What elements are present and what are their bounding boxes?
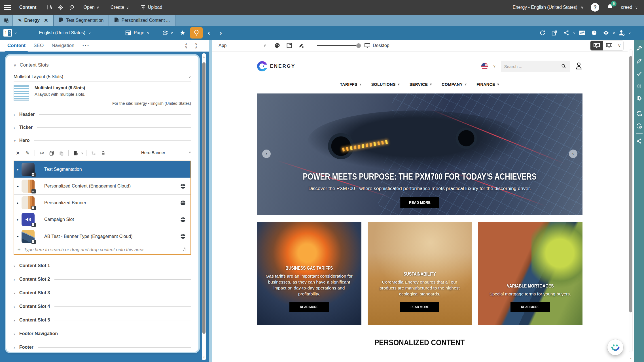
locate-content-icon[interactable]: [55, 2, 66, 12]
close-icon[interactable]: ✕: [44, 17, 48, 24]
chevron-down-icon[interactable]: ∨: [493, 64, 496, 68]
user-menu[interactable]: creed ∨: [621, 5, 638, 10]
expand-triangle-icon[interactable]: ▸: [14, 168, 22, 171]
more-tabs-icon[interactable]: ···: [82, 42, 90, 49]
slot-section-content-slot-4[interactable]: ›Content Slot 4: [14, 300, 191, 313]
expand-triangle-icon[interactable]: ▸: [14, 218, 22, 222]
list-item-personalized-banner[interactable]: ▸ Personalized Banner: [14, 195, 190, 211]
slot-section-hero[interactable]: ∨ Hero: [14, 134, 191, 147]
publish-icon[interactable]: [635, 80, 643, 92]
slot-section-footer-navigation[interactable]: ›Footer Navigation: [14, 327, 191, 340]
dashboard-icon[interactable]: [0, 15, 13, 26]
nav-finance[interactable]: FINANCE∨: [476, 82, 499, 87]
chevron-down-icon[interactable]: ∨: [615, 43, 623, 48]
add-icon[interactable]: +: [14, 247, 24, 253]
copy-icon[interactable]: [47, 149, 56, 157]
list-item-ab-test[interactable]: ▸ AB Test - Banner Type (Engagement Clou…: [14, 228, 190, 245]
scheduled-workflow-icon[interactable]: [635, 120, 643, 132]
list-item-test-segmentation[interactable]: ▸ Test Segmentation: [14, 161, 190, 178]
analytics-icon[interactable]: [577, 28, 588, 38]
doc-type-selector[interactable]: Page ∨: [125, 30, 150, 36]
create-content-icon[interactable]: [71, 149, 80, 157]
scroll-thumb[interactable]: [629, 56, 632, 312]
slot-section-footer[interactable]: ›Footer: [14, 340, 191, 352]
hamburger-menu-icon[interactable]: [0, 5, 15, 10]
list-item-campaign-slot[interactable]: ▸ Campaign Slot: [14, 211, 190, 228]
scroll-down-icon[interactable]: ▾: [628, 357, 634, 360]
list-view-icon[interactable]: [99, 149, 107, 157]
content-slots-header[interactable]: ∨ Content Slots: [14, 62, 191, 68]
site-logo[interactable]: ENERGY: [257, 61, 296, 71]
nav-solutions[interactable]: SOLUTIONS∨: [371, 82, 400, 87]
site-locale-selector[interactable]: Energy - English (United States) ∨: [512, 5, 583, 10]
chevron-down-icon[interactable]: ∨: [573, 31, 576, 35]
expand-triangle-icon[interactable]: ▸: [14, 235, 22, 238]
tab-personalized-content[interactable]: Personalized Content ...: [109, 15, 175, 26]
chevron-down-icon[interactable]: ∨: [628, 31, 631, 35]
approve-publish-icon[interactable]: [635, 92, 643, 105]
suggestions-bulb-button[interactable]: [190, 27, 203, 39]
collapse-all-icon[interactable]: ∨∧: [195, 42, 198, 49]
card-variable-mortgages[interactable]: VARIABLE MORTGAGES Special mortgage term…: [478, 222, 582, 325]
hero-read-more-button[interactable]: READ MORE: [400, 197, 439, 208]
cut-icon[interactable]: ✂: [38, 149, 46, 157]
search-content-icon[interactable]: [66, 2, 78, 12]
test-persona-icon[interactable]: [616, 28, 627, 38]
share-content-icon[interactable]: [635, 135, 643, 147]
tab-test-segmentation[interactable]: Test Segmentation: [54, 15, 109, 26]
tab-energy[interactable]: ✎ Energy ✕: [13, 15, 54, 26]
scroll-down-icon[interactable]: ▾: [202, 355, 206, 359]
preview-app-selector[interactable]: App ∨: [219, 43, 266, 48]
slot-section-content-slot-3[interactable]: ›Content Slot 3: [14, 286, 191, 300]
slot-section-content-slot-2[interactable]: ›Content Slot 2: [14, 272, 191, 286]
docked-preview-toggle[interactable]: [590, 41, 603, 50]
fragment-frame-icon[interactable]: [283, 41, 295, 51]
card-read-more-button[interactable]: READ MORE: [510, 302, 550, 312]
collapse-panel-left-icon[interactable]: ‹: [205, 29, 213, 37]
edit-item-icon[interactable]: ✎: [23, 149, 32, 157]
nav-company[interactable]: COMPANY∨: [442, 82, 467, 87]
carousel-next-icon[interactable]: ›: [569, 150, 577, 158]
link-structure-icon[interactable]: [89, 149, 98, 157]
approve-icon[interactable]: [635, 67, 643, 80]
reload-preview-icon[interactable]: [537, 28, 548, 38]
chevron-down-icon[interactable]: ∨: [613, 31, 615, 35]
layout-dropdown[interactable]: Multislot Layout (5 Slots) ∨: [14, 74, 191, 82]
card-read-more-button[interactable]: READ MORE: [400, 302, 439, 312]
detached-preview-toggle[interactable]: [603, 41, 615, 50]
library-icon[interactable]: [44, 2, 55, 12]
tab-seo[interactable]: SEO: [33, 43, 44, 48]
tab-navigation[interactable]: Navigation: [52, 43, 74, 48]
slot-section-content-slot-1[interactable]: ›Content Slot 1: [14, 259, 191, 272]
locale-selector[interactable]: English (United States) ∨: [39, 30, 91, 35]
expand-triangle-icon[interactable]: ▸: [14, 184, 22, 188]
discard-changes-icon[interactable]: [635, 55, 643, 67]
slot-search-drop-area[interactable]: + Type here to search or drag and drop c…: [14, 245, 191, 255]
expand-all-icon[interactable]: ∧∨: [185, 42, 188, 49]
remove-item-icon[interactable]: ✕: [14, 149, 22, 157]
preview-scrollbar[interactable]: ▴ ▾: [628, 40, 634, 362]
tab-content[interactable]: Content: [7, 43, 26, 48]
account-icon[interactable]: [575, 62, 582, 71]
paste-icon[interactable]: [57, 149, 65, 157]
notifications-button[interactable]: 6: [607, 3, 613, 11]
scroll-up-icon[interactable]: ▴: [202, 55, 206, 58]
open-library-icon[interactable]: [183, 247, 187, 253]
help-button[interactable]: ?: [591, 3, 599, 12]
slot-section-ticker[interactable]: › Ticker: [14, 121, 191, 134]
site-search-input[interactable]: Search ...: [501, 61, 570, 72]
card-sustainability[interactable]: SUSTAINABILITY CoreMedia Energy ensures …: [368, 222, 472, 325]
preview-zoom-slider[interactable]: [317, 45, 360, 46]
card-business-gas-tariffs[interactable]: BUSINESS GAS TARIFFS Gas tariffs are an …: [257, 222, 361, 325]
card-read-more-button[interactable]: READ MORE: [289, 302, 329, 312]
nav-tariffs[interactable]: TARIFFS∨: [340, 82, 361, 87]
withdraw-edit-icon[interactable]: [635, 42, 643, 55]
slot-section-content-slot-5[interactable]: ›Content Slot 5: [14, 313, 191, 327]
theme-palette-icon[interactable]: [271, 41, 283, 51]
nav-service[interactable]: SERVICE∨: [410, 82, 432, 87]
chevron-down-icon[interactable]: ∨: [171, 31, 173, 35]
open-menu[interactable]: Open ∨: [83, 5, 99, 10]
edit-mode-icon[interactable]: [295, 41, 307, 51]
carousel-prev-icon[interactable]: ‹: [262, 150, 271, 158]
open-in-new-tab-icon[interactable]: [549, 28, 560, 38]
